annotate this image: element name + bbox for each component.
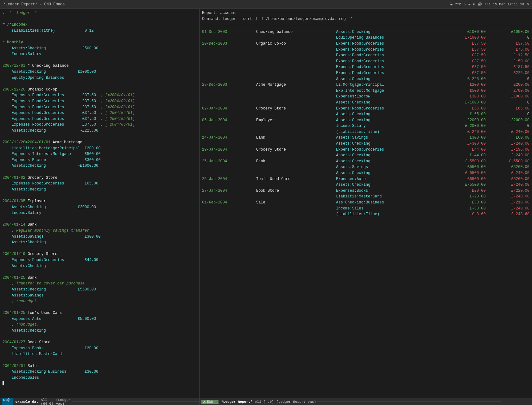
- col-date: 05-Jan-2004: [202, 117, 256, 123]
- left-pane[interactable]: ; -*- ledger -*- = /*Income/ (Liabilitie…: [0, 9, 200, 398]
- col-date: [202, 35, 256, 41]
- col-account: Assets:Checking: [336, 182, 447, 188]
- col-amount: £200.00: [447, 82, 488, 88]
- tx-date-3: 2003/12/28=2004/01/01 Acme Mortgage: [3, 140, 82, 145]
- account-checking-1: Assets:Checking £1000.00: [3, 70, 96, 74]
- col-account: Assets:Checking: [336, 170, 447, 176]
- col-payee: [256, 47, 336, 53]
- report-title: Report: account: [202, 10, 529, 16]
- col-account: Ass:Checking:Business: [336, 200, 447, 206]
- report-row: Assets:Checking £-300.00 £-240.00: [202, 141, 529, 147]
- account-escrow: Expenses:Escrow £300.00: [3, 158, 101, 162]
- col-payee: [256, 70, 336, 76]
- report-row: 05-Jan-2004 Employer Assets:Checking £20…: [202, 117, 529, 123]
- comment-car: ; Transfer to cover car purchase: [3, 281, 85, 286]
- col-payee: Tom's Used Cars: [256, 176, 336, 182]
- col-balance: £-5500.00: [488, 159, 529, 165]
- col-balance: £-240.00: [488, 182, 529, 188]
- col-payee: [256, 35, 336, 41]
- col-amount: £-20.00: [447, 194, 488, 200]
- col-payee: Grocery Store: [256, 147, 336, 153]
- account-checking-5: Assets:Checking £2000.00: [3, 205, 96, 209]
- col-date: [202, 123, 256, 129]
- col-balance: £75.00: [488, 47, 529, 53]
- col-account: Exp:Interest:Mortgage: [336, 88, 447, 94]
- col-account: Expens:Food:Groceries: [336, 53, 447, 59]
- report-row: Expenses:Escrow £300.00 £1000.00: [202, 94, 529, 100]
- status-fill-right: ────────────────────────────────────────…: [317, 400, 530, 404]
- col-account: Expenses:Escrow: [336, 94, 447, 100]
- col-account: Expenses:Books: [336, 188, 447, 194]
- status-info-right: All (4,0): [255, 400, 274, 404]
- col-balance: £112.50: [488, 53, 529, 59]
- col-payee: [256, 211, 336, 217]
- col-payee: [256, 94, 336, 100]
- tx-date-9: 2004/01/25 Tom's Used Cars: [3, 311, 62, 315]
- tx-date-5: 2004/01/05 Employer: [3, 199, 46, 203]
- col-payee: [256, 64, 336, 70]
- network-icon: ⇅: [473, 2, 475, 6]
- tx-date-10: 2004/01/27 Book Store: [3, 340, 50, 345]
- account-mastercard: Liabilities:MasterCard: [3, 352, 62, 356]
- col-date: [202, 129, 256, 135]
- weather-display: 🌤 7°C: [449, 2, 461, 6]
- col-account: Assets:Checking: [336, 141, 447, 147]
- col-payee: [256, 59, 336, 65]
- col-balance: 0: [488, 123, 529, 129]
- col-amount: £300.00: [447, 94, 488, 100]
- col-date: [202, 170, 256, 176]
- col-payee: Bank: [256, 135, 336, 141]
- col-amount: £65.00: [447, 106, 488, 112]
- report-row: Assets:Checking £-65.00 0: [202, 111, 529, 117]
- col-payee: Employer: [256, 117, 336, 123]
- col-account: Assets:Checking: [336, 159, 447, 165]
- col-amount: £-1000.00: [447, 35, 488, 41]
- col-date: 19-Jan-2004: [202, 147, 256, 153]
- tx-date-6: 2004/01/14 Bank: [3, 222, 37, 227]
- status-filename-left: example.dat: [15, 400, 38, 404]
- comment-line-1: ; -*- ledger -*-: [3, 11, 39, 15]
- col-account: Expens:Food:Groceries: [336, 41, 447, 47]
- col-account: Income:Salary: [336, 123, 447, 129]
- account-auto: Expenses:Auto £5500.00: [3, 317, 96, 321]
- col-balance: 0: [488, 35, 529, 41]
- col-account: Expens:Food:Groceries: [336, 47, 447, 53]
- col-date: 01-Feb-2004: [202, 200, 256, 206]
- account-income-salary-1: Income:Salary: [3, 52, 41, 56]
- volume-icon: 🔊: [478, 2, 482, 6]
- col-account: Assets:Checking: [336, 111, 447, 117]
- col-account: Expens:Food:Groceries: [336, 147, 447, 153]
- account-checking-business: Assets:Checking:Business £30.00: [3, 370, 98, 374]
- tx-date-7: 2004/01/19 Grocery Store: [3, 252, 57, 256]
- status-mode2-left: (Ledger yas): [56, 398, 71, 405]
- col-date: [202, 64, 256, 70]
- report-row: 02-Jan-2004 Grocery Store Expens:Food:Gr…: [202, 106, 529, 112]
- col-date: 25-Jan-2004: [202, 176, 256, 182]
- col-amount: £37.50: [447, 64, 488, 70]
- col-amount: £20.00: [447, 188, 488, 194]
- col-amount: £37.50: [447, 70, 488, 76]
- col-account: Assets:Checking: [336, 29, 447, 35]
- settings-icon[interactable]: ⚙: [527, 2, 529, 6]
- report-divider: ────────────────────────────────────────…: [202, 22, 529, 28]
- status-bar: U:@-- example.dat All (64,0) (Ledger yas…: [0, 398, 532, 405]
- col-amount: £1000.00: [447, 29, 488, 35]
- col-balance: £-240.00: [488, 206, 529, 212]
- col-amount: £-225.00: [447, 76, 488, 82]
- col-account: Assets:Checking: [336, 100, 447, 106]
- col-payee: [256, 88, 336, 94]
- col-account: Expens:Food:Groceries: [336, 59, 447, 65]
- account-savings-2: Assets:Savings: [3, 293, 44, 298]
- col-balance: £-240.00: [488, 141, 529, 147]
- account-checking-8: Assets:Checking £5500.00: [3, 287, 96, 292]
- col-date: [202, 206, 256, 212]
- reload-icon[interactable]: ↻: [464, 2, 466, 6]
- right-pane[interactable]: Report: account Command: ledger --sort d…: [200, 9, 532, 398]
- col-amount: £-2000.00: [447, 123, 488, 129]
- account-groceries-2: Expenses:Food:Groceries £37.50 ; [=2004/…: [3, 99, 135, 103]
- account-checking-9: Assets:Checking: [3, 328, 46, 333]
- status-mode-right: U:@%%--: [201, 400, 218, 404]
- account-books: Expenses:Books £20.00: [3, 346, 98, 351]
- col-date: [202, 94, 256, 100]
- col-balance: £-196.00: [488, 147, 529, 153]
